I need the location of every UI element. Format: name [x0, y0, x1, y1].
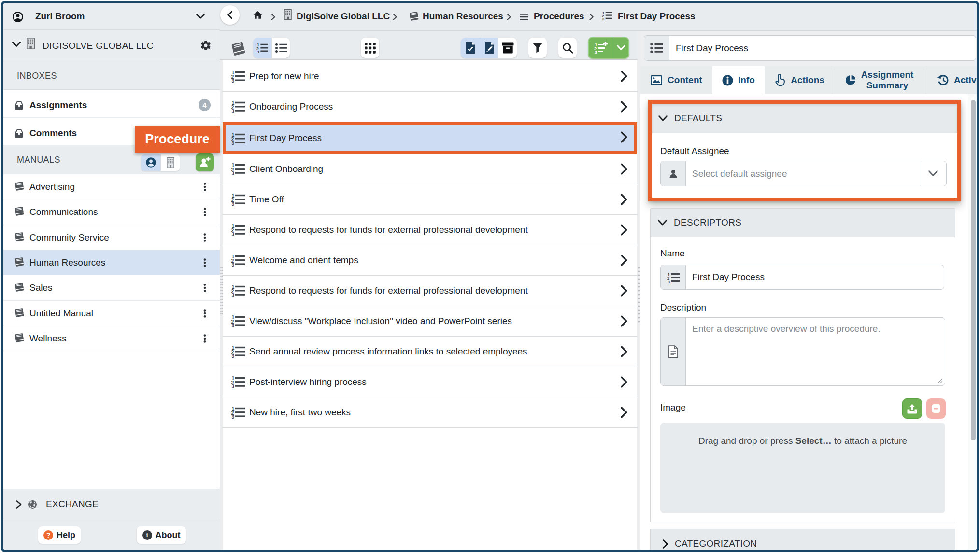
svg-text:3: 3 — [232, 78, 235, 83]
svg-text:3: 3 — [232, 354, 235, 358]
svg-text:3: 3 — [257, 49, 259, 53]
svg-text:3: 3 — [232, 262, 235, 267]
svg-text:3: 3 — [595, 50, 597, 54]
svg-text:3: 3 — [232, 109, 235, 113]
svg-text:3: 3 — [232, 232, 235, 236]
svg-text:3: 3 — [232, 141, 235, 145]
svg-text:3: 3 — [668, 279, 670, 283]
svg-text:3: 3 — [232, 171, 235, 175]
svg-text:3: 3 — [602, 17, 604, 20]
svg-text:3: 3 — [232, 384, 235, 388]
svg-text:3: 3 — [232, 293, 235, 297]
svg-text:3: 3 — [232, 201, 235, 206]
svg-text:3: 3 — [232, 414, 235, 419]
svg-text:3: 3 — [232, 323, 235, 327]
